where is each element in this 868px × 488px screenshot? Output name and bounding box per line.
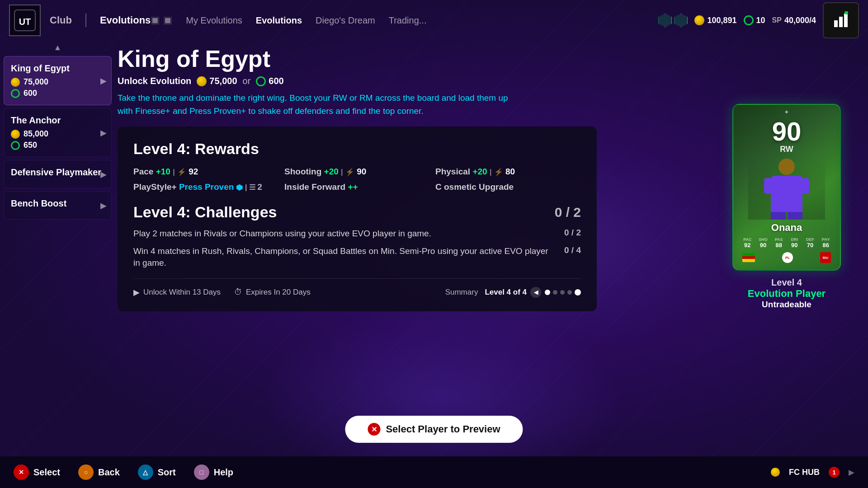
fc-hub-label: FC HUB — [789, 468, 820, 477]
small-icons: 🔲🔲 — [151, 16, 172, 25]
playstyle-value: Press Proven — [179, 182, 234, 192]
coins-display: 100,891 — [694, 15, 736, 25]
footer-expires-label: Expires In 20 Days — [246, 288, 311, 297]
sidebar-up-arrow[interactable]: ▲ — [0, 41, 115, 55]
card-name: Onana — [740, 222, 833, 234]
points-display: 10 — [744, 15, 765, 25]
dot-4 — [575, 289, 581, 296]
nav-evolutions[interactable]: Evolutions — [100, 14, 151, 26]
nav-items: Club Evolutions — [50, 14, 151, 27]
stat-pac: PAC 92 — [740, 237, 755, 249]
select-player-label: Select Player to Preview — [386, 423, 500, 435]
select-label: Select — [33, 467, 60, 478]
coin-badge-1 — [11, 130, 20, 139]
card-icons-row: PL MU — [740, 252, 833, 263]
shooting-label: Shooting — [284, 167, 321, 176]
select-action[interactable]: ✕ Select — [14, 465, 60, 480]
cost-coins-1: 85,000 — [11, 129, 104, 139]
sub-navigation: My Evolutions Evolutions Diego's Dream T… — [186, 15, 426, 26]
card-trade-label: Untradeable — [762, 300, 811, 310]
subnav-evolutions[interactable]: Evolutions — [256, 15, 302, 26]
summary-label[interactable]: Summary — [445, 288, 478, 297]
evolution-description: Take the throne and dominate the right w… — [118, 92, 524, 117]
nav-club[interactable]: Club — [50, 14, 72, 26]
sidebar-item-bench-boost[interactable]: Bench Boost ▶ — [4, 191, 112, 220]
points-cost-1: 650 — [24, 141, 37, 150]
footer-expires: ⏱ Expires In 20 Days — [234, 287, 311, 297]
player-legs — [771, 212, 802, 220]
stats-icon-button[interactable] — [823, 2, 859, 38]
challenge-text-1: Win 4 matches in Rush, Rivals, Champions… — [133, 245, 564, 269]
points-value: 10 — [756, 16, 765, 25]
footer-info: ▶ Unlock Within 13 Days ⏱ Expires In 20 … — [133, 287, 311, 297]
sort-action[interactable]: △ Sort — [138, 465, 176, 480]
sp-value: 40,000/4 — [784, 16, 816, 25]
back-action[interactable]: ○ Back — [78, 465, 120, 480]
bottom-bar: ✕ Select ○ Back △ Sort □ Help FC HUB 1 ▶ — [0, 456, 868, 488]
unlock-cost-coins: 75,000 — [197, 76, 237, 86]
sidebar-arrow-2: ▶ — [100, 169, 107, 179]
unlock-coins-value: 75,000 — [209, 76, 237, 86]
coins-cost-1: 85,000 — [24, 129, 48, 139]
pace-label: Pace — [133, 167, 153, 176]
triangle-button: △ — [138, 465, 153, 480]
sidebar-item-king-of-egypt[interactable]: King of Egypt 75,000 600 ▶ — [4, 56, 112, 105]
level-text: Level 4 of 4 — [485, 288, 527, 297]
reward-playstyle: PlayStyle+ Press Proven | ☰ 2 — [133, 182, 279, 192]
unlock-cost-points: 600 — [256, 76, 283, 86]
notification-badge: 1 — [829, 467, 840, 478]
subnav-trading[interactable]: Trading... — [389, 15, 427, 26]
card-rating: 90 — [740, 118, 833, 145]
cost-points-1: 650 — [11, 141, 104, 150]
inside-forward-value: ++ — [348, 182, 358, 192]
reward-cosmetic: C osmetic Upgrade — [435, 182, 581, 192]
bottom-right-info: FC HUB 1 ▶ — [771, 467, 854, 478]
club-icon: MU — [820, 252, 831, 263]
square-button: □ — [194, 465, 209, 480]
reward-pace: Pace +10 | ⚡ 92 — [133, 167, 279, 177]
reward-physical: Physical +20 | ⚡ 80 — [435, 167, 581, 177]
x-button: ✕ — [14, 465, 29, 480]
reward-inside-forward: Inside Forward ++ — [284, 182, 430, 192]
coins-icon — [694, 15, 704, 25]
coins-value: 100,891 — [707, 16, 736, 25]
challenge-item-0: Play 2 matches in Rivals or Champions us… — [133, 228, 581, 240]
player-head — [778, 159, 795, 175]
sp-label: SP — [772, 16, 782, 24]
dot-0 — [545, 290, 550, 295]
coin-badge-0 — [11, 78, 20, 87]
challenge-item-1: Win 4 matches in Rush, Rivals, Champions… — [133, 245, 581, 269]
stat-pas: PAS 88 — [771, 237, 786, 249]
level-dots — [545, 289, 581, 296]
sidebar-arrow-3: ▶ — [100, 201, 107, 211]
ut-logo[interactable]: UT — [9, 5, 41, 36]
footer-unlock-days: ▶ Unlock Within 13 Days — [133, 287, 221, 297]
unlock-points-badge — [256, 76, 266, 86]
stat-phy: PHY 86 — [818, 237, 833, 249]
points-icon — [744, 15, 754, 25]
card-level-label: Level 4 — [771, 277, 802, 288]
player-leg-left — [771, 212, 786, 220]
shield-icon — [236, 184, 243, 191]
player-body — [771, 176, 802, 212]
stat-def: DEF 70 — [803, 237, 818, 249]
top-navigation: UT Club Evolutions 🔲🔲 My Evolutions Evol… — [0, 0, 868, 41]
sidebar-item-the-anchor[interactable]: The Anchor 85,000 650 ▶ — [4, 108, 112, 157]
player-card-area: ✦ 90 RW Onana PAC 92 SHO — [714, 41, 859, 456]
help-action[interactable]: □ Help — [194, 465, 233, 480]
challenge-progress-1: 0 / 4 — [564, 245, 581, 255]
level-nav-prev[interactable]: ◀ — [530, 287, 541, 298]
sidebar-arrow-1: ▶ — [100, 128, 107, 138]
player-leg-right — [788, 212, 803, 220]
subnav-diegos-dream[interactable]: Diego's Dream — [316, 15, 375, 26]
subnav-my-evolutions[interactable]: My Evolutions — [186, 15, 242, 26]
filter-icon-2[interactable] — [674, 14, 688, 27]
filter-icon-1[interactable] — [658, 14, 672, 27]
shooting-stat: 90 — [357, 167, 366, 176]
sidebar-item-defensive-playmaker[interactable]: Defensive Playmaker ▶ — [4, 160, 112, 188]
challenge-total-count: 0 / 2 — [555, 205, 581, 220]
content-footer: ▶ Unlock Within 13 Days ⏱ Expires In 20 … — [133, 278, 581, 298]
stat-dri: DRI 90 — [787, 237, 802, 249]
select-player-button[interactable]: ✕ Select Player to Preview — [345, 416, 523, 443]
nav-divider — [85, 14, 86, 27]
